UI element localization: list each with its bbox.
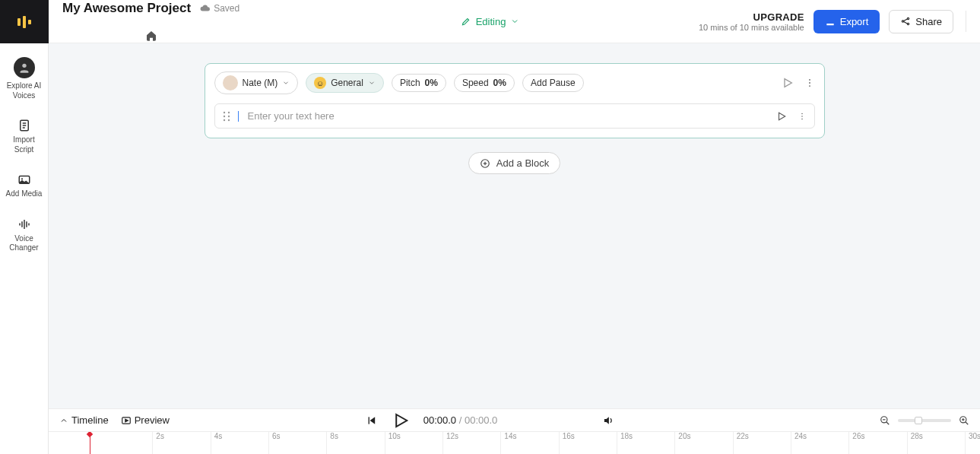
home-button[interactable] bbox=[62, 30, 239, 42]
header: My Awesome Project Saved Editing UPGRADE… bbox=[49, 0, 980, 43]
download-icon bbox=[825, 16, 836, 27]
voice-changer-icon bbox=[17, 217, 31, 231]
svg-point-28 bbox=[223, 119, 224, 120]
share-icon bbox=[900, 16, 911, 27]
chevron-down-icon bbox=[282, 79, 290, 87]
ruler-tick: 2s bbox=[152, 432, 164, 454]
play-icon bbox=[782, 77, 794, 89]
sidebar-item-import-script[interactable]: ImportScript bbox=[0, 114, 49, 159]
share-button[interactable]: Share bbox=[889, 10, 953, 33]
upgrade-info[interactable]: UPGRADE 10 mins of 10 mins available bbox=[699, 11, 804, 32]
sidebar-item-voice-changer[interactable]: VoiceChanger bbox=[0, 213, 49, 258]
ruler-tick: 26s bbox=[848, 432, 864, 454]
volume-icon bbox=[602, 414, 614, 427]
svg-marker-30 bbox=[779, 113, 785, 119]
time-sep: / bbox=[456, 414, 465, 426]
drag-handle[interactable] bbox=[223, 111, 230, 122]
speed-label: Speed bbox=[462, 78, 489, 88]
project-title[interactable]: My Awesome Project bbox=[62, 1, 191, 16]
preview-toggle[interactable]: Preview bbox=[121, 414, 170, 426]
voice-selector[interactable]: Nate (M) bbox=[214, 71, 299, 94]
sidebar-item-label: Explore AIVoices bbox=[7, 81, 42, 100]
upgrade-title: UPGRADE bbox=[699, 11, 804, 23]
speed-value: 0% bbox=[493, 78, 506, 88]
ruler-tick: 18s bbox=[617, 432, 633, 454]
svg-point-3 bbox=[22, 64, 26, 68]
play-block-button[interactable] bbox=[782, 77, 794, 89]
pitch-control[interactable]: Pitch 0% bbox=[392, 74, 446, 92]
skip-start-button[interactable] bbox=[366, 414, 378, 427]
svg-rect-0 bbox=[17, 18, 21, 26]
zoom-slider[interactable] bbox=[898, 419, 951, 422]
sidebar: Explore AIVoices ImportScript Add Media … bbox=[0, 0, 49, 454]
svg-marker-41 bbox=[396, 414, 407, 427]
ruler-tick: 28s bbox=[907, 432, 923, 454]
svg-point-17 bbox=[908, 23, 909, 24]
editor-canvas: Nate (M) ☺ General Pitch 0% Speed 0% bbox=[49, 43, 980, 408]
drag-icon bbox=[223, 111, 230, 122]
chevron-down-icon bbox=[368, 79, 376, 87]
ruler-tick: 12s bbox=[442, 432, 458, 454]
zoom-thumb[interactable] bbox=[915, 417, 922, 424]
add-pause-button[interactable]: Add Pause bbox=[522, 74, 584, 92]
user-avatar-icon bbox=[14, 57, 35, 78]
export-button[interactable]: Export bbox=[813, 10, 880, 33]
block-toolbar: Nate (M) ☺ General Pitch 0% Speed 0% bbox=[214, 71, 815, 94]
block-menu-button[interactable] bbox=[804, 78, 815, 88]
svg-rect-2 bbox=[28, 20, 31, 24]
play-line-button[interactable] bbox=[776, 111, 787, 122]
smile-icon: ☺ bbox=[314, 77, 326, 89]
emotion-selector[interactable]: ☺ General bbox=[306, 73, 384, 93]
add-block-button[interactable]: Add a Block bbox=[468, 152, 560, 174]
chevron-down-icon bbox=[510, 17, 519, 26]
svg-point-15 bbox=[902, 21, 904, 22]
logo-icon bbox=[15, 13, 33, 31]
timeline-ruler[interactable]: 2s4s6s8s10s12s14s16s18s20s22s24s26s28s30… bbox=[49, 431, 980, 454]
svg-point-26 bbox=[223, 115, 224, 116]
svg-point-31 bbox=[801, 113, 803, 114]
sidebar-item-add-media[interactable]: Add Media bbox=[0, 168, 49, 204]
app-logo[interactable] bbox=[0, 0, 49, 43]
cloud-icon bbox=[200, 3, 211, 14]
svg-point-24 bbox=[223, 111, 224, 113]
play-button[interactable] bbox=[392, 411, 410, 430]
voice-name: Nate (M) bbox=[243, 78, 278, 88]
svg-rect-1 bbox=[23, 16, 26, 28]
play-icon bbox=[392, 411, 410, 430]
mode-switcher[interactable]: Editing bbox=[461, 16, 520, 27]
ruler-tick: 10s bbox=[385, 432, 401, 454]
ruler-tick: 6s bbox=[268, 432, 281, 454]
volume-button[interactable] bbox=[602, 414, 614, 427]
sidebar-item-explore-voices[interactable]: Explore AIVoices bbox=[0, 52, 49, 105]
add-pause-label: Add Pause bbox=[531, 78, 576, 88]
upgrade-subtitle: 10 mins of 10 mins available bbox=[699, 23, 804, 32]
zoom-out-button[interactable] bbox=[880, 415, 890, 426]
svg-point-32 bbox=[801, 116, 803, 117]
add-block-label: Add a Block bbox=[496, 157, 549, 169]
tts-text-input[interactable] bbox=[248, 110, 769, 122]
ruler-tick: 8s bbox=[326, 432, 338, 454]
home-icon bbox=[145, 30, 157, 42]
timeline-toggle[interactable]: Timeline bbox=[59, 414, 109, 426]
speed-control[interactable]: Speed 0% bbox=[454, 74, 515, 92]
share-label: Share bbox=[915, 16, 942, 27]
svg-point-33 bbox=[801, 118, 803, 119]
ruler-tick: 22s bbox=[733, 432, 749, 454]
line-menu-button[interactable] bbox=[798, 112, 807, 121]
media-icon bbox=[17, 173, 31, 186]
chevron-up-icon bbox=[59, 416, 68, 425]
pitch-label: Pitch bbox=[400, 78, 420, 88]
plus-circle-icon bbox=[480, 158, 490, 169]
svg-point-23 bbox=[809, 85, 810, 87]
zoom-out-icon bbox=[880, 415, 890, 426]
svg-rect-40 bbox=[368, 417, 369, 424]
time-display: 00:00.0 / 00:00.0 bbox=[423, 414, 498, 426]
saved-indicator: Saved bbox=[200, 3, 239, 14]
svg-point-21 bbox=[809, 79, 810, 81]
script-icon bbox=[17, 119, 31, 132]
zoom-in-button[interactable] bbox=[959, 415, 969, 426]
export-label: Export bbox=[840, 16, 869, 27]
mode-label: Editing bbox=[476, 16, 506, 27]
svg-line-43 bbox=[886, 421, 890, 424]
header-separator bbox=[966, 11, 966, 32]
